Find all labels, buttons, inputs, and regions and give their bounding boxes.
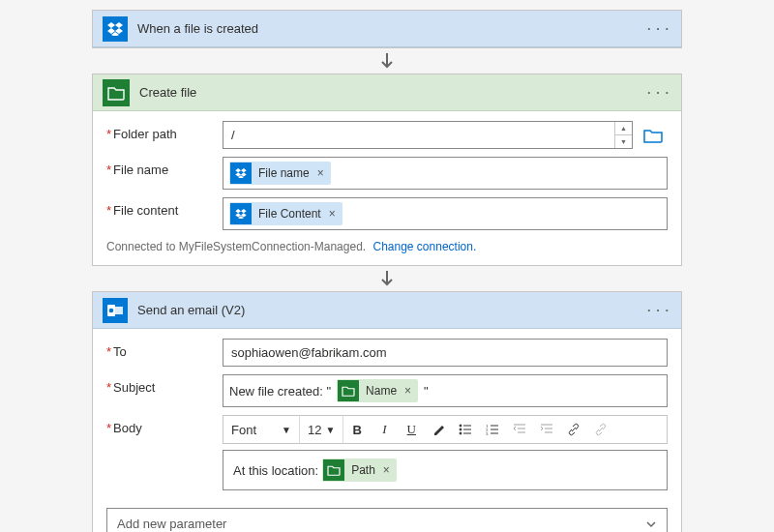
chevron-up-icon[interactable]: ▲ <box>615 122 632 134</box>
add-parameter-dropdown[interactable]: Add new parameter <box>106 508 668 532</box>
filesystem-icon <box>338 380 359 401</box>
number-list-button[interactable]: 123 <box>479 416 506 443</box>
underline-button[interactable]: U <box>398 416 425 443</box>
chevron-down-icon[interactable]: ▼ <box>615 134 632 148</box>
file-name-token[interactable]: File name × <box>229 162 331 185</box>
body-label: *Body <box>106 415 223 435</box>
trigger-card: When a file is created · · · <box>92 10 682 48</box>
body-prefix-text: At this location: <box>233 463 318 478</box>
italic-button[interactable]: I <box>371 416 398 443</box>
body-toolbar: Font▼ 12▼ B I U 123 <box>223 415 668 444</box>
file-content-input[interactable]: File Content × <box>223 197 668 230</box>
bold-button[interactable]: B <box>343 416 371 443</box>
to-label: *To <box>106 339 223 359</box>
outdent-button[interactable] <box>506 416 533 443</box>
file-name-label: *File name <box>106 157 223 177</box>
token-remove-button[interactable]: × <box>327 207 342 221</box>
folder-path-label: *Folder path <box>106 121 223 141</box>
folder-path-input[interactable]: / <box>223 122 614 148</box>
subject-name-token[interactable]: Name × <box>337 379 418 402</box>
token-remove-button[interactable]: × <box>381 463 397 477</box>
chevron-down-icon: ▼ <box>325 425 335 435</box>
svg-rect-1 <box>115 307 123 314</box>
file-content-label: *File content <box>106 197 223 218</box>
create-file-header[interactable]: Create file · · · <box>93 74 681 111</box>
svg-point-3 <box>460 425 461 427</box>
subject-suffix-text: " <box>424 384 429 399</box>
subject-input[interactable]: New file created: " Name × " <box>223 374 668 407</box>
filesystem-icon <box>323 459 344 481</box>
arrow-icon <box>378 48 396 74</box>
body-input[interactable]: At this location: Path × <box>223 450 668 490</box>
svg-point-2 <box>109 308 114 312</box>
create-file-more-button[interactable]: · · · <box>645 85 671 100</box>
chevron-down-icon: ▼ <box>282 425 291 435</box>
file-name-input[interactable]: File name × <box>223 157 668 190</box>
trigger-title: When a file is created <box>137 21 636 36</box>
dropbox-icon <box>230 163 252 184</box>
token-label: Path <box>345 463 381 477</box>
trigger-more-button[interactable]: · · · <box>645 21 671 36</box>
indent-button[interactable] <box>533 416 560 443</box>
to-input[interactable]: sophiaowen@fabrikam.com <box>223 340 667 366</box>
file-content-token[interactable]: File Content × <box>229 202 342 225</box>
create-file-title: Create file <box>139 85 636 100</box>
token-label: File name <box>253 166 315 180</box>
unlink-button[interactable] <box>587 416 614 443</box>
send-email-more-button[interactable]: · · · <box>645 303 671 317</box>
create-file-connection-status: Connected to MyFileSystemConnection-Mana… <box>106 238 668 261</box>
dropbox-icon <box>103 16 128 42</box>
change-connection-link[interactable]: Change connection. <box>372 240 476 253</box>
subject-prefix-text: New file created: " <box>229 384 331 399</box>
create-file-card: Create file · · · *Folder path / ▲ ▼ <box>92 74 682 266</box>
svg-text:3: 3 <box>486 431 489 436</box>
bullet-list-button[interactable] <box>452 416 479 443</box>
folder-picker-button[interactable] <box>639 121 668 149</box>
link-button[interactable] <box>560 416 587 443</box>
chevron-down-icon <box>645 518 657 530</box>
subject-label: *Subject <box>106 374 223 395</box>
outlook-icon <box>103 298 128 323</box>
token-remove-button[interactable]: × <box>315 166 331 180</box>
filesystem-icon <box>103 79 130 106</box>
body-path-token[interactable]: Path × <box>322 458 397 482</box>
font-size-select[interactable]: 12▼ <box>300 416 343 443</box>
send-email-card: Send an email (V2) · · · *To sophiaowen@… <box>92 291 682 532</box>
font-select[interactable]: Font▼ <box>223 416 300 443</box>
svg-point-5 <box>460 429 461 430</box>
arrow-icon <box>378 266 396 291</box>
send-email-header[interactable]: Send an email (V2) · · · <box>93 292 681 329</box>
token-remove-button[interactable]: × <box>402 384 418 398</box>
svg-point-7 <box>460 432 461 434</box>
send-email-title: Send an email (V2) <box>137 303 636 317</box>
highlight-button[interactable] <box>425 416 452 443</box>
token-label: Name <box>360 384 402 398</box>
dropbox-icon <box>230 203 252 224</box>
token-label: File Content <box>253 207 327 221</box>
trigger-header[interactable]: When a file is created · · · <box>93 11 681 47</box>
folder-path-stepper[interactable]: ▲ ▼ <box>614 122 632 148</box>
